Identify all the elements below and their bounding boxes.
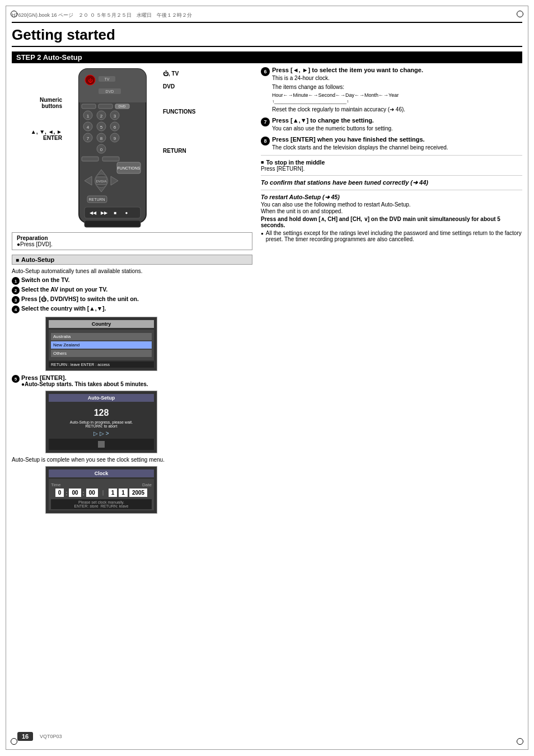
country-screen-header: Country [49, 320, 154, 328]
auto-setup-progress-screen: Auto-Setup 128 Auto-Setup in progress, p… [45, 391, 157, 453]
step-3-text: Press [⏻, DVD/VHS] to switch the unit on… [21, 295, 139, 304]
step-5-bullet: ●Auto-Setup starts. This takes about 5 m… [21, 381, 148, 387]
country-screen-footer: RETURN : leave ENTER : access [49, 361, 154, 368]
divider-1 [261, 155, 522, 156]
right-step-7-content: Press [▲,▼] to change the setting. You c… [272, 117, 522, 133]
preparation-box: Preparation ●Press [DVD]. [12, 232, 252, 250]
step-5-content: Press [ENTER]. ●Auto-Setup starts. This … [21, 374, 148, 387]
step-4: 4 Select the country with [▲,▼]. [12, 305, 252, 313]
auto-setup-progress-text: Auto-Setup in progress, please wait. RET… [49, 420, 154, 428]
restart-bullet: All the settings except for the ratings … [261, 230, 522, 242]
svg-text:2: 2 [100, 114, 103, 119]
page-title: Getting started [12, 26, 522, 47]
svg-text:DVD: DVD [106, 90, 114, 93]
right-step-6-body3: Reset the clock regularly to maintain ac… [272, 106, 522, 114]
auto-setup-progress-icons: ▷ ▷ > [49, 430, 154, 436]
label-functions: FUNCTIONS [163, 109, 195, 117]
auto-setup-section: Auto-Setup Auto-Setup automatically tune… [12, 255, 252, 514]
right-step-6-body2: The items change as follows: [272, 83, 522, 91]
preparation-title: Preparation [17, 235, 48, 241]
right-step-6-content: Press [◄, ►] to select the item you want… [272, 67, 522, 114]
right-step-8-body: The clock starts and the television disp… [272, 144, 522, 152]
left-column: Numeric buttons ▲, ▼, ◄, ► ENTER [12, 63, 252, 517]
step-1-text: Switch on the TV. [21, 276, 70, 285]
country-new-zealand: New Zealand [51, 341, 152, 349]
svg-text:0: 0 [100, 147, 103, 152]
svg-rect-10 [99, 104, 113, 109]
clock-time-label: Time [51, 482, 60, 487]
country-others: Others [51, 350, 152, 357]
step-4-text: Select the country with [▲,▼]. [21, 305, 106, 313]
confirm-section: To confirm that stations have been tuned… [261, 179, 522, 186]
svg-rect-37 [102, 157, 119, 161]
auto-setup-screen-header: Auto-Setup [49, 394, 154, 402]
svg-text:3: 3 [114, 114, 116, 119]
svg-text:1: 1 [87, 114, 90, 119]
right-step-6-seq: Hour←→Minute←→Second←→Day←→Month←→Year [272, 92, 522, 98]
svg-text:TV: TV [105, 77, 110, 81]
remote-right-labels: ⏻, TV DVD FUNCTIONS RETURN [160, 66, 195, 156]
to-stop-header: To stop in the middle [261, 159, 522, 166]
right-step-8-content: Press [ENTER] when you have finished the… [272, 136, 522, 152]
step-1-num: 1 [12, 277, 20, 285]
auto-setup-header: Auto-Setup [12, 255, 252, 265]
right-step-7-num: 7 [261, 118, 270, 126]
reg-mark-tl [11, 11, 17, 17]
clock-screen: Clock Time Date 0 : 00 : 00 [45, 466, 157, 514]
remote-section: Numeric buttons ▲, ▼, ◄, ► ENTER [12, 63, 252, 232]
auto-setup-complete-text: Auto-Setup is complete when you see the … [12, 457, 252, 463]
divider-2 [261, 175, 522, 176]
right-column: 6 Press [◄, ►] to select the item you wa… [258, 63, 522, 517]
confirm-ref: (➜ 44) [410, 179, 428, 186]
svg-text:9: 9 [114, 136, 116, 141]
right-step-8: 8 Press [ENTER] when you have finished t… [261, 136, 522, 152]
preparation-item: ●Press [DVD]. [17, 241, 53, 247]
step-2-text: Select the AV input on your TV. [21, 286, 107, 294]
step-5: 5 Press [ENTER]. ●Auto-Setup starts. Thi… [12, 374, 252, 387]
page-border: H7620(GN).book 16 ページ ２０ ０ ５年５月２５日 水曜日 午… [6, 6, 528, 750]
to-stop-section: To stop in the middle Press [RETURN]. [261, 159, 522, 172]
clock-date-label: Date [142, 482, 152, 487]
label-return: RETURN [163, 148, 195, 156]
header-meta: H7620(GN).book 16 ページ ２０ ０ ５年５月２５日 水曜日 午… [12, 12, 522, 19]
step-4-num: 4 [12, 306, 20, 313]
auto-setup-desc: Auto-Setup automatically tunes all avail… [12, 268, 252, 274]
restart-bold-text: Press and hold down [∧, CH] and [CH, ∨] … [261, 216, 522, 228]
restart-body2: When the unit is on and stopped. [261, 208, 522, 214]
main-content: Numeric buttons ▲, ▼, ◄, ► ENTER [12, 63, 522, 517]
confirm-text: To confirm that stations have been tuned… [261, 179, 409, 186]
right-step-7-body: You can also use the numeric buttons for… [272, 125, 522, 133]
page-code: VQT0P03 [40, 734, 62, 739]
label-dvd: DVD [163, 83, 195, 92]
svg-text:5: 5 [100, 125, 103, 130]
svg-text:▶▶: ▶▶ [101, 210, 108, 215]
svg-rect-36 [82, 157, 99, 161]
to-stop-text: Press [RETURN]. [261, 166, 522, 172]
svg-text:4: 4 [87, 125, 90, 130]
remote-illustration: ⏻ TV DVD DVD 1 2 [68, 66, 157, 229]
right-step-8-title: Press [ENTER] when you have finished the… [272, 136, 522, 143]
svg-text:DVD: DVD [119, 105, 126, 108]
country-australia: Australia [51, 333, 152, 340]
svg-text:■: ■ [114, 210, 117, 215]
right-step-7-title: Press [▲,▼] to change the setting. [272, 117, 522, 124]
step-5-title: Press [ENTER]. [21, 374, 148, 381]
svg-text:RETURN: RETURN [88, 198, 105, 201]
right-step-6: 6 Press [◄, ►] to select the item you wa… [261, 67, 522, 114]
right-step-6-title: Press [◄, ►] to select the item you want… [272, 67, 522, 73]
restart-body1: You can also use the following method to… [261, 201, 522, 208]
label-enter: ▲, ▼, ◄, ► ENTER [15, 129, 65, 161]
step-2-num: 2 [12, 287, 20, 294]
svg-text:DVD/A: DVD/A [96, 180, 106, 183]
step-3-num: 3 [12, 296, 20, 304]
country-screen-body: Australia New Zealand Others [49, 330, 154, 360]
right-step-7: 7 Press [▲,▼] to change the setting. You… [261, 117, 522, 133]
reg-mark-bl [11, 738, 17, 745]
right-step-6-num: 6 [261, 67, 270, 76]
restart-title: To restart Auto-Setup (➜ 45) [261, 194, 522, 200]
svg-text:⏻: ⏻ [88, 78, 93, 83]
header-bar: H7620(GN).book 16 ページ ２０ ０ ５年５月２５日 水曜日 午… [12, 12, 522, 23]
step-header: STEP 2 Auto-Setup [12, 51, 522, 63]
svg-text:6: 6 [114, 125, 116, 130]
svg-rect-9 [82, 104, 96, 109]
